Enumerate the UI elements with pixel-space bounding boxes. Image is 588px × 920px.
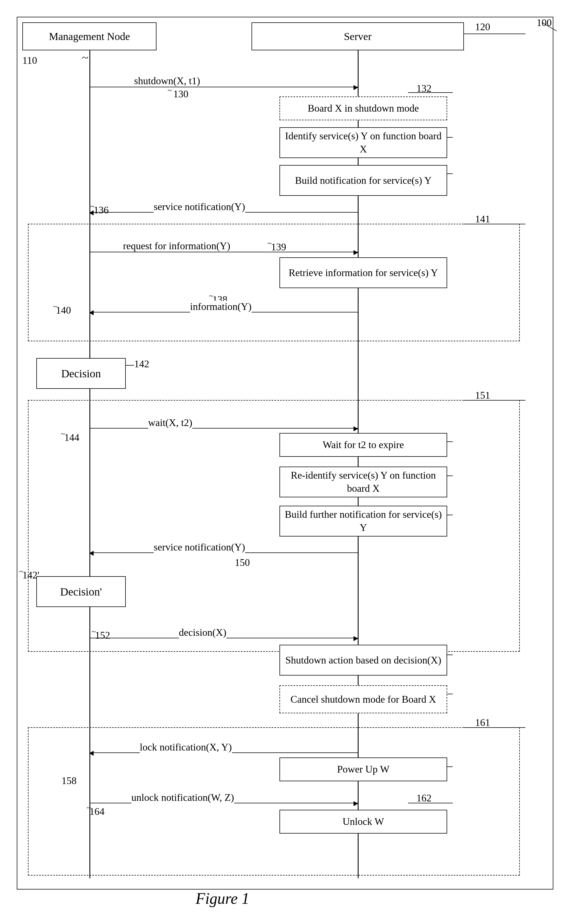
- ref-151-line: [464, 400, 525, 400]
- box-decision: Decision: [36, 358, 126, 389]
- label-service-notif-2: service notification(Y): [154, 541, 245, 553]
- ref-162: 162: [417, 792, 431, 804]
- box-cancel-shutdown: Cancel shutdown mode for Board X: [279, 685, 447, 713]
- zigzag-136: ~: [90, 202, 94, 211]
- label-decision-x: decision(X): [179, 627, 226, 638]
- zigzag-139: ~: [267, 239, 271, 248]
- arrowhead-shutdown: [354, 85, 358, 90]
- ref-120: 120: [475, 21, 490, 33]
- ref-141: 141: [475, 213, 490, 225]
- arrow-request-info: [89, 252, 358, 252]
- zigzag-164: ~: [87, 803, 91, 812]
- label-wait: wait(X, t2): [148, 417, 192, 429]
- label-unlock-notif: unlock notification(W, Z): [131, 792, 234, 803]
- arrowhead-wait: [354, 426, 358, 431]
- ref-152: 152: [95, 629, 110, 641]
- diagram: 100 Management Node Server 120 110 ~ shu…: [0, 0, 588, 920]
- ref-141-line: [464, 224, 525, 224]
- box-identify-service: Identify service(s) Y on function board …: [279, 127, 447, 158]
- ref-144: 144: [64, 432, 79, 443]
- arrowhead-lock-notif: [89, 751, 94, 756]
- ref-139: 139: [271, 241, 286, 253]
- ref-130: 130: [173, 88, 188, 100]
- zigzag-140: ~: [53, 302, 57, 311]
- box-unlock-w: Unlock W: [279, 810, 447, 834]
- label-service-notif-1: service notification(Y): [154, 201, 245, 212]
- ref-120-line: [464, 34, 525, 34]
- arrowhead-service-notif-2: [89, 551, 94, 556]
- arrowhead-service-notif-1: [89, 211, 94, 215]
- zigzag-138: ~: [209, 292, 213, 300]
- ref-136: 136: [94, 204, 109, 216]
- zigzag-142p: ~: [19, 567, 23, 576]
- ref-161-line: [464, 727, 525, 728]
- arrow-shutdown: [89, 87, 358, 87]
- arrowhead-decision-x: [354, 636, 358, 641]
- management-node-header: Management Node: [23, 23, 157, 50]
- box-decision-prime: Decision': [36, 576, 126, 607]
- label-request-info: request for information(Y): [123, 240, 230, 252]
- box-reidentify: Re-identify service(s) Y on function boa…: [279, 466, 447, 497]
- label-lock-notif: lock notification(X, Y): [140, 741, 232, 753]
- ref-161: 161: [475, 717, 490, 728]
- ref-150: 150: [235, 557, 250, 569]
- ref-142: 142: [134, 358, 149, 370]
- label-information-y: information(Y): [190, 301, 252, 313]
- ref-132: 132: [417, 83, 431, 94]
- box-board-x-shutdown: Board X in shutdown mode: [279, 97, 447, 120]
- zigzag-110: ~: [82, 52, 88, 63]
- box-power-up-w: Power Up W: [279, 758, 447, 781]
- ref-164: 164: [89, 806, 105, 817]
- arrow-wait: [89, 428, 358, 429]
- box-wait-t2: Wait for t2 to expire: [279, 433, 447, 457]
- box-retrieve-info: Retrieve information for service(s) Y: [279, 258, 447, 288]
- group-box-161: [28, 727, 520, 876]
- ref-140: 140: [56, 305, 71, 316]
- label-shutdown: shutdown(X, t1): [134, 75, 200, 87]
- arrowhead-unlock-notif: [354, 801, 358, 806]
- zigzag-152: ~: [92, 627, 96, 636]
- ref-142-line: [126, 365, 134, 366]
- arrowhead-request-info: [354, 250, 358, 255]
- box-build-further: Build further notification for service(s…: [279, 506, 447, 536]
- ref-151: 151: [475, 389, 490, 401]
- arrowhead-information-y: [89, 310, 94, 315]
- box-build-notification: Build notification for service(s) Y: [279, 165, 447, 196]
- ref-158: 158: [61, 775, 77, 787]
- zigzag-144: ~: [61, 429, 65, 438]
- figure-title: Figure 1: [195, 889, 249, 907]
- ref-110: 110: [23, 55, 37, 66]
- box-shutdown-action: Shutdown action based on decision(X): [279, 645, 447, 675]
- zigzag-130: ~: [168, 86, 172, 95]
- server-header: Server: [252, 23, 464, 50]
